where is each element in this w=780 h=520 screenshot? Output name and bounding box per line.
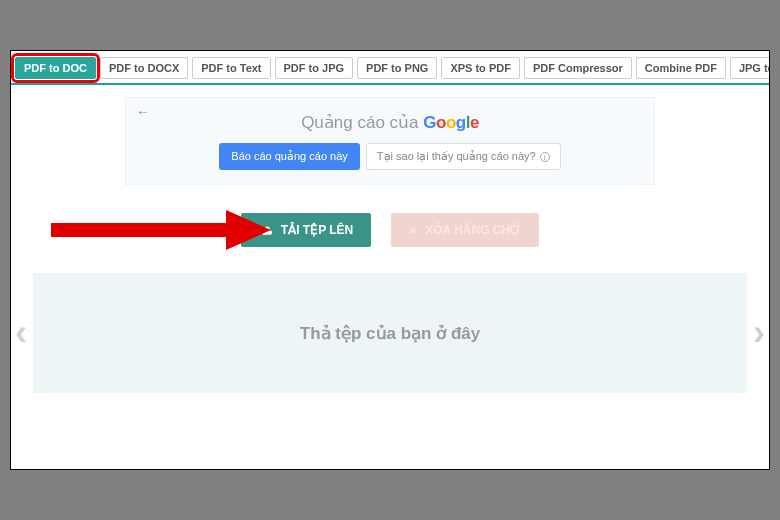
drop-area-wrap: ‹ Thả tệp của bạn ở đây › (29, 273, 751, 393)
report-ad-button[interactable]: Báo cáo quảng cáo này (219, 143, 359, 170)
tabs-bar: PDF to DOCPDF to DOCXPDF to TextPDF to J… (11, 51, 769, 85)
carousel-prev-icon[interactable]: ‹ (15, 312, 27, 354)
svg-rect-0 (51, 223, 231, 237)
tab-pdf-to-text[interactable]: PDF to Text (192, 57, 270, 79)
annotation-arrow-icon (51, 210, 271, 250)
close-icon: ✕ (409, 225, 417, 236)
why-ad-label: Tại sao lại thấy quảng cáo này? (377, 150, 536, 163)
ad-back-icon[interactable]: ← (136, 104, 150, 120)
app-window: PDF to DOCPDF to DOCXPDF to TextPDF to J… (10, 50, 770, 470)
ad-title: Quảng cáo của Google (136, 112, 644, 133)
google-logo-text: Google (423, 113, 479, 132)
ad-buttons-row: Báo cáo quảng cáo này Tại sao lại thấy q… (136, 143, 644, 170)
tab-combine-pdf[interactable]: Combine PDF (636, 57, 726, 79)
tab-pdf-to-jpg[interactable]: PDF to JPG (275, 57, 354, 79)
carousel-next-icon[interactable]: › (753, 312, 765, 354)
clear-label: XÓA HÀNG CHỜ (425, 223, 521, 237)
tab-pdf-to-docx[interactable]: PDF to DOCX (100, 57, 188, 79)
ad-title-prefix: Quảng cáo của (301, 113, 423, 132)
drop-zone-text: Thả tệp của bạn ở đây (300, 323, 480, 344)
why-ad-button[interactable]: Tại sao lại thấy quảng cáo này? i (366, 143, 561, 170)
main-content: ← Quảng cáo của Google Báo cáo quảng cáo… (11, 85, 769, 405)
info-icon: i (540, 152, 550, 162)
tab-xps-to-pdf[interactable]: XPS to PDF (441, 57, 520, 79)
tab-jpg-to-pdf[interactable]: JPG to PDF (730, 57, 770, 79)
google-ad-box: ← Quảng cáo của Google Báo cáo quảng cáo… (125, 97, 655, 185)
drop-zone[interactable]: Thả tệp của bạn ở đây (33, 273, 747, 393)
tab-pdf-compressor[interactable]: PDF Compressor (524, 57, 632, 79)
actions-row: TẢI TỆP LÊN ✕ XÓA HÀNG CHỜ (29, 213, 751, 247)
tab-pdf-to-doc[interactable]: PDF to DOC (15, 57, 96, 79)
clear-queue-button: ✕ XÓA HÀNG CHỜ (391, 213, 539, 247)
tab-pdf-to-png[interactable]: PDF to PNG (357, 57, 437, 79)
upload-label: TẢI TỆP LÊN (281, 223, 353, 237)
svg-marker-1 (226, 210, 271, 250)
